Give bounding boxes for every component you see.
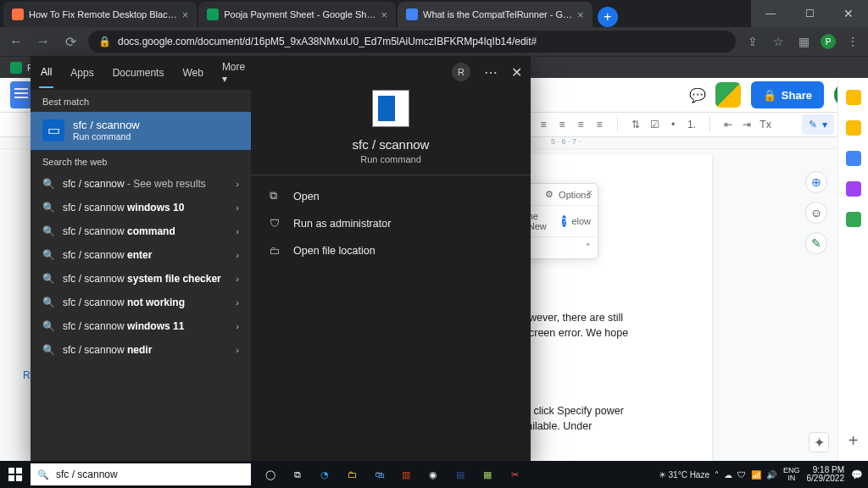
browser-tab[interactable]: What is the CompatTelRunner - G… × <box>398 2 593 27</box>
align-justify-icon[interactable]: ≡ <box>592 117 607 132</box>
tab-close-icon[interactable]: × <box>182 8 189 21</box>
calendar-icon[interactable] <box>846 90 861 105</box>
share-button[interactable]: 🔒 Share <box>751 81 824 108</box>
search-tab-all[interactable]: All <box>39 58 53 88</box>
volume-icon[interactable]: 🔊 <box>766 470 776 480</box>
window-close-button[interactable]: ✕ <box>829 0 868 27</box>
editing-mode-button[interactable]: ✎▾ <box>802 114 834 135</box>
comment-reactions: ⊕ ☺ ✎ <box>805 171 827 254</box>
add-on-plus-icon[interactable]: + <box>849 431 859 451</box>
reload-button[interactable]: ⟳ <box>61 34 80 50</box>
search-tab-web[interactable]: Web <box>181 58 204 87</box>
maps-icon[interactable] <box>846 212 861 227</box>
window-maximize-button[interactable]: ☐ <box>790 0 829 27</box>
more-options-icon[interactable]: ⋯ <box>484 64 498 80</box>
close-icon[interactable]: × <box>587 187 593 199</box>
action-run-admin[interactable]: 🛡Run as administrator <box>256 210 526 237</box>
taskbar-search-input[interactable] <box>56 469 244 480</box>
action-center-icon[interactable]: 💬 <box>851 469 863 480</box>
cortana-icon[interactable]: ◯ <box>258 461 283 488</box>
search-profile-badge[interactable]: R <box>452 63 470 81</box>
share-page-icon[interactable]: ⇪ <box>744 35 761 48</box>
clear-formatting-icon[interactable]: Tx <box>758 117 773 132</box>
notepadpp-icon[interactable]: ▦ <box>475 461 500 488</box>
section-best-match: Best match <box>31 90 251 112</box>
action-open-file-location[interactable]: 🗀Open file location <box>256 237 526 264</box>
web-result-item[interactable]: 🔍sfc / scannow not working› <box>31 291 251 314</box>
indent-increase-icon[interactable]: ⇥ <box>739 117 754 132</box>
preview-actions: ⧉Open 🛡Run as administrator 🗀Open file l… <box>251 175 531 271</box>
new-tab-button[interactable]: + <box>598 7 618 27</box>
best-match-result[interactable]: ▭ sfc / scannow Run command <box>31 112 251 150</box>
omnibox[interactable]: 🔒 docs.google.com/document/d/16pM5_9xA38… <box>88 30 736 53</box>
browser-tab[interactable]: How To Fix Remote Desktop Blac… × <box>3 2 197 27</box>
help-icon[interactable]: ? <box>562 215 567 227</box>
docs-logo-icon[interactable] <box>10 81 32 108</box>
tab-close-icon[interactable]: × <box>577 8 584 21</box>
chevron-right-icon: › <box>236 274 239 284</box>
back-button[interactable]: ← <box>7 34 25 49</box>
web-result-item[interactable]: 🔍sfc / scannow - See web results› <box>31 172 251 196</box>
chrome-menu-icon[interactable]: ⋮ <box>844 35 861 48</box>
search-tab-more[interactable]: More ▾ <box>220 53 247 93</box>
profile-avatar[interactable]: P <box>821 34 836 49</box>
contacts-icon[interactable] <box>846 181 861 197</box>
web-result-item[interactable]: 🔍sfc / scannow enter› <box>31 243 251 267</box>
search-tab-apps[interactable]: Apps <box>69 58 95 87</box>
bookmark-star-icon[interactable]: ☆ <box>770 35 787 48</box>
extensions-icon[interactable]: ▦ <box>795 35 812 48</box>
web-result-item[interactable]: 🔍sfc / scannow system file checker› <box>31 267 251 291</box>
office-icon[interactable]: ▥ <box>393 461 419 488</box>
tray-chevron-icon[interactable]: ˄ <box>715 470 719 480</box>
align-right-icon[interactable]: ≡ <box>573 117 588 132</box>
tasks-icon[interactable] <box>846 151 861 166</box>
indent-decrease-icon[interactable]: ⇤ <box>721 117 736 132</box>
web-result-item[interactable]: 🔍sfc / scannow windows 11› <box>31 314 251 338</box>
keep-icon[interactable] <box>846 120 861 136</box>
tab-close-icon[interactable]: × <box>381 8 387 21</box>
task-view-icon[interactable]: ⧉ <box>285 461 310 488</box>
file-explorer-icon[interactable]: 🗀 <box>339 461 364 488</box>
edge-icon[interactable]: ◔ <box>312 461 337 488</box>
chevron-right-icon: › <box>236 226 239 236</box>
shield-icon: 🛡 <box>270 218 283 230</box>
bulleted-list-icon[interactable]: • <box>665 117 681 132</box>
store-icon[interactable]: 🛍 <box>366 461 392 488</box>
chevron-up-icon[interactable]: ˄ <box>586 242 591 253</box>
taskbar-search-box[interactable]: 🔍 <box>31 463 251 485</box>
search-icon: 🔍 <box>42 178 54 190</box>
taskbar-clock[interactable]: 9:18 PM 6/29/2022 <box>807 466 845 484</box>
suggest-edits-icon[interactable]: ✎ <box>805 232 827 254</box>
line-spacing-icon[interactable]: ⇅ <box>628 117 643 132</box>
browser-tabs: How To Fix Remote Desktop Blac… × Pooja … <box>0 0 751 27</box>
browser-tab[interactable]: Pooja Payment Sheet - Google Sh… × <box>198 2 396 27</box>
chrome-icon[interactable]: ◉ <box>420 461 446 488</box>
checklist-icon[interactable]: ☑ <box>647 117 662 132</box>
meet-button[interactable] <box>715 82 741 108</box>
align-center-icon[interactable]: ≡ <box>554 117 570 132</box>
word-icon[interactable]: ▤ <box>448 461 473 488</box>
doc-text: However, there are stillk screen error. … <box>515 310 628 341</box>
start-button[interactable] <box>0 461 31 488</box>
align-left-icon[interactable]: ≡ <box>536 117 551 132</box>
explore-button[interactable]: ✦ <box>809 432 829 452</box>
outline-heading[interactable]: R <box>23 369 31 381</box>
onedrive-icon[interactable]: ☁ <box>724 470 732 480</box>
language-indicator[interactable]: ENG IN <box>783 467 800 483</box>
weather-widget[interactable]: ☀ 31°C Haze <box>659 470 709 480</box>
snip-icon[interactable]: ✂ <box>502 461 527 488</box>
action-open[interactable]: ⧉Open <box>256 182 526 210</box>
window-minimize-button[interactable]: ― <box>751 0 790 27</box>
numbered-list-icon[interactable]: 1. <box>684 117 699 132</box>
web-result-item[interactable]: 🔍sfc / scannow nedir› <box>31 338 251 362</box>
search-tab-documents[interactable]: Documents <box>111 58 166 87</box>
wifi-icon[interactable]: 📶 <box>751 470 761 480</box>
defender-icon[interactable]: 🛡 <box>737 470 746 480</box>
add-comment-icon[interactable]: ⊕ <box>805 171 827 193</box>
comment-history-icon[interactable]: 💬 <box>690 87 705 103</box>
forward-button[interactable]: → <box>34 34 53 49</box>
web-result-item[interactable]: 🔍sfc / scannow command› <box>31 219 251 243</box>
web-result-item[interactable]: 🔍sfc / scannow windows 10› <box>31 196 251 219</box>
emoji-reaction-icon[interactable]: ☺ <box>805 202 827 224</box>
close-search-icon[interactable]: ✕ <box>511 64 522 80</box>
